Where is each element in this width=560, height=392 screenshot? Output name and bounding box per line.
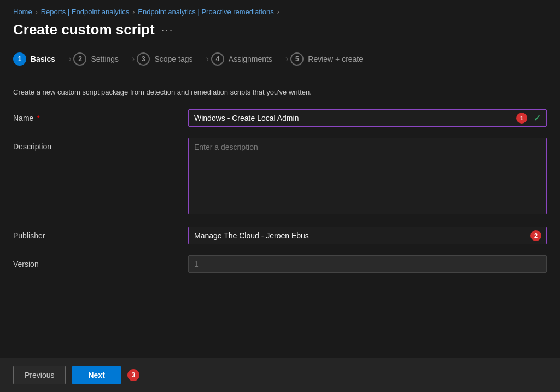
- step-divider-3: ›: [206, 54, 208, 64]
- footer-badge: 3: [127, 369, 139, 381]
- publisher-row: Publisher 2: [13, 227, 547, 244]
- description-row: Description: [13, 138, 547, 216]
- header: Home › Reports | Endpoint analytics › En…: [0, 0, 560, 38]
- step-5-label: Review + create: [308, 55, 363, 63]
- name-label: Name *: [13, 109, 188, 122]
- step-1-circle: 1: [13, 52, 26, 66]
- step-2-label: Settings: [91, 55, 119, 63]
- version-label: Version: [13, 255, 188, 268]
- step-2-circle: 2: [73, 52, 86, 66]
- breadcrumb-proactive[interactable]: Endpoint analytics | Proactive remediati…: [138, 8, 273, 16]
- publisher-input[interactable]: [188, 227, 547, 244]
- breadcrumb-sep-1: ›: [36, 8, 38, 16]
- previous-button[interactable]: Previous: [13, 366, 66, 384]
- form-description: Create a new custom script package from …: [13, 88, 547, 96]
- step-review[interactable]: 5 Review + create: [290, 49, 374, 69]
- breadcrumb-home[interactable]: Home: [13, 8, 32, 16]
- footer: Previous Next 3: [0, 358, 560, 392]
- publisher-field: 2: [188, 227, 547, 244]
- name-field: 1 ✓: [188, 109, 547, 127]
- version-field: [188, 255, 547, 273]
- step-scope-tags[interactable]: 3 Scope tags: [137, 49, 203, 69]
- name-row: Name * 1 ✓: [13, 109, 547, 127]
- breadcrumb-sep-2: ›: [132, 8, 135, 16]
- publisher-label: Publisher: [13, 227, 188, 240]
- next-button[interactable]: Next: [72, 366, 120, 384]
- step-5-circle: 5: [290, 52, 304, 66]
- breadcrumb-reports[interactable]: Reports | Endpoint analytics: [41, 8, 130, 16]
- description-label: Description: [13, 138, 188, 151]
- more-options-icon[interactable]: ···: [161, 24, 174, 36]
- wizard-steps: 1 Basics › 2 Settings › 3 Scope tags › 4…: [13, 49, 547, 77]
- step-4-label: Assignments: [229, 55, 272, 63]
- step-1-label: Basics: [31, 55, 55, 63]
- name-badge: 1: [516, 113, 527, 124]
- page-title: Create custom script: [13, 21, 155, 38]
- version-input[interactable]: [188, 255, 547, 273]
- step-basics[interactable]: 1 Basics: [13, 49, 66, 69]
- publisher-input-wrapper: 2: [188, 227, 547, 244]
- publisher-badge: 2: [530, 230, 541, 241]
- description-input[interactable]: [188, 138, 547, 214]
- step-4-circle: 4: [211, 52, 224, 66]
- name-input[interactable]: [188, 109, 547, 127]
- step-3-circle: 3: [137, 52, 150, 66]
- name-input-wrapper: 1 ✓: [188, 109, 547, 127]
- step-assignments[interactable]: 4 Assignments: [211, 49, 283, 69]
- description-field: [188, 138, 547, 216]
- step-3-label: Scope tags: [154, 55, 192, 63]
- step-divider-2: ›: [132, 54, 135, 64]
- checkmark-icon: ✓: [533, 112, 541, 124]
- version-row: Version: [13, 255, 547, 273]
- page-title-row: Create custom script ···: [13, 21, 547, 38]
- step-settings[interactable]: 2 Settings: [73, 49, 130, 69]
- required-star: *: [34, 114, 39, 122]
- main-content: 1 Basics › 2 Settings › 3 Scope tags › 4…: [0, 49, 560, 273]
- breadcrumb: Home › Reports | Endpoint analytics › En…: [13, 8, 547, 16]
- step-divider-4: ›: [285, 54, 288, 64]
- breadcrumb-sep-3: ›: [277, 8, 279, 16]
- step-divider-1: ›: [68, 54, 71, 64]
